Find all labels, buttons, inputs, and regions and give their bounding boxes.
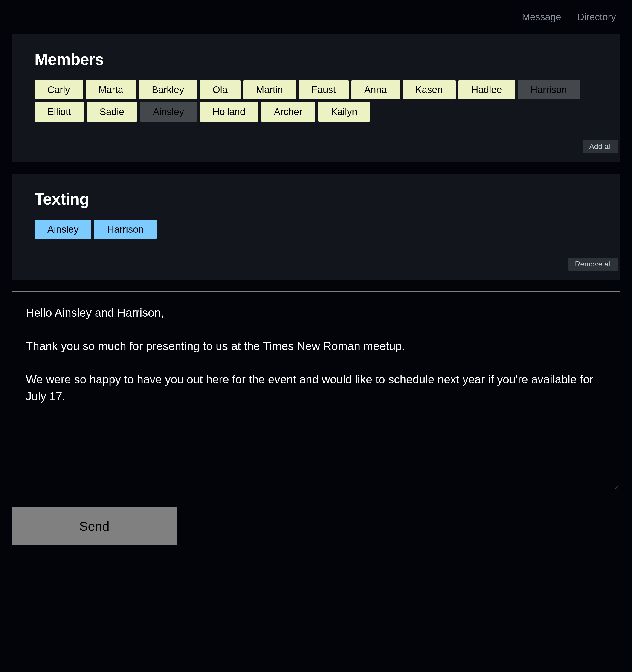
member-chip[interactable]: Marta	[86, 80, 136, 99]
texting-chip[interactable]: Ainsley	[34, 220, 91, 239]
nav-directory[interactable]: Directory	[577, 11, 616, 23]
member-chip[interactable]: Kasen	[403, 80, 456, 99]
texting-title: Texting	[34, 190, 598, 208]
remove-all-button[interactable]: Remove all	[568, 258, 618, 271]
members-chip-list: CarlyMartaBarkleyOlaMartinFaustAnnaKasen…	[34, 80, 598, 121]
member-chip[interactable]: Holland	[200, 102, 258, 121]
nav-message[interactable]: Message	[522, 11, 561, 23]
member-chip[interactable]: Martin	[243, 80, 296, 99]
texting-panel: Texting AinsleyHarrison Remove all	[11, 174, 621, 280]
member-chip[interactable]: Kailyn	[318, 102, 370, 121]
members-title: Members	[34, 50, 598, 69]
member-chip[interactable]: Barkley	[139, 80, 197, 99]
member-chip[interactable]: Archer	[261, 102, 315, 121]
member-chip[interactable]: Sadie	[87, 102, 137, 121]
member-chip[interactable]: Faust	[299, 80, 349, 99]
member-chip[interactable]: Elliott	[34, 102, 84, 121]
member-chip[interactable]: Harrison	[518, 80, 580, 99]
texting-chip[interactable]: Harrison	[94, 220, 156, 239]
texting-chip-list: AinsleyHarrison	[34, 220, 598, 239]
member-chip[interactable]: Ainsley	[140, 102, 197, 121]
add-all-button[interactable]: Add all	[583, 140, 618, 153]
send-button[interactable]: Send	[11, 507, 177, 545]
resize-handle-icon[interactable]	[613, 484, 619, 489]
top-nav: Message Directory	[11, 11, 621, 34]
member-chip[interactable]: Hadlee	[459, 80, 515, 99]
member-chip[interactable]: Carly	[34, 80, 83, 99]
compose-area[interactable]	[11, 291, 621, 491]
message-textarea[interactable]	[26, 305, 606, 477]
members-panel: Members CarlyMartaBarkleyOlaMartinFaustA…	[11, 34, 621, 162]
member-chip[interactable]: Anna	[351, 80, 400, 99]
member-chip[interactable]: Ola	[199, 80, 240, 99]
